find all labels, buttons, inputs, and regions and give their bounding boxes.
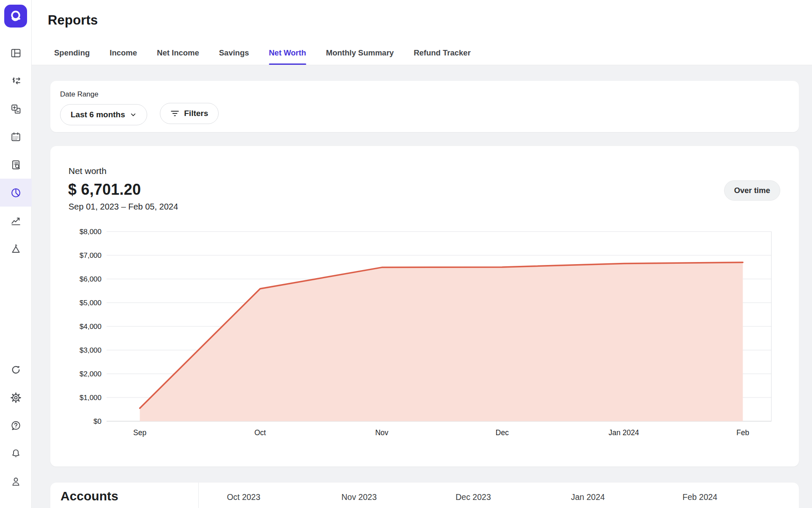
page-title: Reports [48,13,98,28]
investments-icon [10,215,22,226]
svg-text:$4,000: $4,000 [80,323,102,331]
main-content: Reports Spending Income Net Income Savin… [32,0,812,65]
svg-text:$3,000: $3,000 [80,346,102,354]
chevron-down-icon [130,111,137,118]
sidebar-nav [0,39,31,262]
accounts-column-header: Jan 2024 [571,492,605,502]
dashboard-icon [10,47,22,59]
sidebar-utility-nav [0,356,31,495]
date-range-value: Last 6 months [71,110,125,119]
help-icon [10,420,22,431]
svg-text:Feb: Feb [736,428,749,437]
filters-label: Filters [184,109,208,118]
filter-card: Date Range Last 6 months Filters [50,81,799,132]
accounts-card: Accounts Oct 2023 Nov 2023 Dec 2023 Jan … [50,483,799,508]
svg-text:$2,000: $2,000 [80,370,102,378]
accounts-column-header: Dec 2023 [455,492,491,502]
accounts-title: Accounts [60,489,118,503]
report-tabs: Spending Income Net Income Savings Net W… [32,41,812,65]
sidebar-item-transactions[interactable] [0,67,32,95]
tab-income[interactable]: Income [110,41,137,65]
net-worth-card: Net worth $ 6,701.20 Sep 01, 2023 – Feb … [50,146,799,467]
page-header: Reports [32,0,812,41]
sidebar-item-search-transactions[interactable] [0,151,32,179]
sidebar-item-dashboard[interactable] [0,39,32,67]
sidebar-item-calendar[interactable] [0,123,32,151]
reports-pie-icon [10,187,22,199]
q-swoosh-logo-icon [8,9,23,23]
svg-text:$5,000: $5,000 [80,299,102,307]
sidebar-item-goals[interactable] [0,235,32,262]
tab-refund-tracker[interactable]: Refund Tracker [414,41,471,65]
sidebar-item-accounts[interactable] [0,95,32,123]
svg-text:$1,000: $1,000 [80,394,102,402]
sidebar [0,0,32,508]
sidebar-item-profile[interactable] [0,467,32,495]
refresh-icon [10,364,22,375]
net-worth-title: Net worth [69,166,107,176]
sidebar-item-settings[interactable] [0,384,32,411]
tab-savings[interactable]: Savings [219,41,249,65]
tab-monthly-summary[interactable]: Monthly Summary [326,41,394,65]
accounts-column-divider [198,483,199,508]
svg-text:$7,000: $7,000 [80,251,102,260]
sidebar-item-refresh[interactable] [0,356,32,384]
sidebar-item-investments[interactable] [0,207,32,235]
accounts-column-header: Feb 2024 [683,492,717,502]
sidebar-item-notifications[interactable] [0,439,32,467]
svg-text:$8,000: $8,000 [80,228,102,236]
tab-spending[interactable]: Spending [54,41,90,65]
notifications-bell-icon [10,448,22,459]
net-worth-chart: $0$1,000$2,000$3,000$4,000$5,000$6,000$7… [50,226,799,447]
search-transactions-icon [10,159,22,171]
accounts-column-header: Oct 2023 [227,492,260,502]
svg-text:Oct: Oct [255,428,266,437]
over-time-toggle[interactable]: Over time [724,180,780,201]
filters-button[interactable]: Filters [160,103,219,124]
net-worth-amount: $ 6,701.20 [68,181,141,199]
sidebar-item-help[interactable] [0,411,32,439]
svg-text:$6,000: $6,000 [80,275,102,283]
filter-icon [170,110,179,117]
date-range-label: Date Range [60,90,789,99]
accounts-icon [10,103,22,115]
goals-icon [10,243,22,254]
settings-gear-icon [10,392,22,403]
svg-text:Dec: Dec [496,428,509,437]
date-range-select[interactable]: Last 6 months [60,104,147,125]
tab-net-worth[interactable]: Net Worth [269,41,306,65]
sidebar-item-reports[interactable] [0,179,32,207]
profile-icon [10,476,22,487]
transactions-icon [10,75,22,87]
app-logo[interactable] [4,5,27,28]
calendar-icon [10,131,22,143]
svg-text:Jan 2024: Jan 2024 [609,428,639,437]
svg-text:Sep: Sep [133,428,146,437]
svg-text:Nov: Nov [375,428,388,437]
net-worth-period: Sep 01, 2023 – Feb 05, 2024 [69,202,178,212]
svg-text:$0: $0 [93,417,102,425]
accounts-column-header: Nov 2023 [341,492,376,502]
tab-net-income[interactable]: Net Income [157,41,199,65]
net-worth-area-chart: $0$1,000$2,000$3,000$4,000$5,000$6,000$7… [50,226,799,447]
